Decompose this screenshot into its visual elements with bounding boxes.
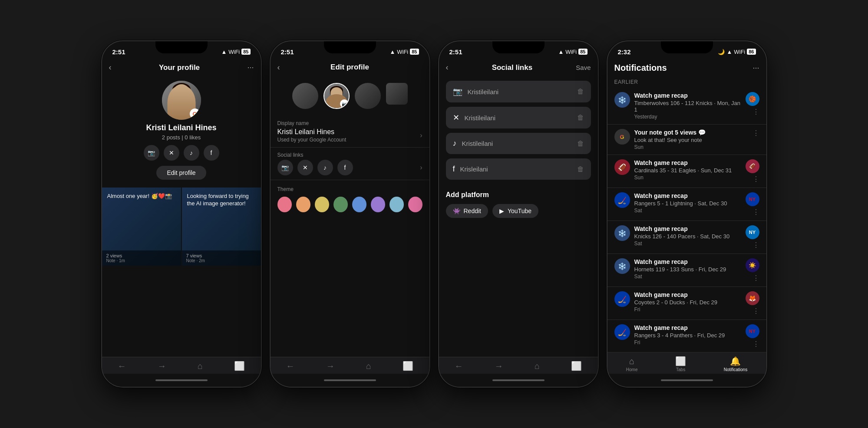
notif-more-5[interactable]: ⋮ — [752, 274, 759, 282]
status-time-3: 2:51 — [449, 48, 462, 56]
notif-more-6[interactable]: ⋮ — [752, 307, 759, 315]
notif-item-0[interactable]: ❄️ Watch game recap Timberwolves 106 - 1… — [607, 88, 766, 125]
team-logo-3: NY — [746, 192, 759, 206]
back-button-1[interactable]: ‹ — [109, 63, 112, 72]
notif-more-3[interactable]: ⋮ — [752, 208, 759, 216]
display-name-values: Kristi Leilani Hines Used by your Google… — [277, 128, 347, 143]
nav-back-3[interactable]: ← — [455, 361, 463, 371]
notif-more-7[interactable]: ⋮ — [752, 340, 759, 348]
tabs-label-4: Tabs — [676, 367, 685, 372]
notif-content-4: Watch game recap Knicks 126 - 140 Pacers… — [634, 225, 741, 247]
tiktok-icon-btn[interactable]: ♪ — [184, 145, 199, 161]
avatar-option-3[interactable] — [386, 83, 408, 105]
back-button-2[interactable]: ‹ — [277, 63, 280, 72]
facebook-icon-btn[interactable]: f — [204, 145, 219, 161]
home-label-4: Home — [626, 367, 638, 372]
back-button-3[interactable]: ‹ — [446, 63, 449, 72]
notif-item-6[interactable]: 🏒 Watch game recap Coyotes 2 - 0 Ducks ·… — [607, 287, 766, 320]
notif-content-6: Watch game recap Coyotes 2 - 0 Ducks · F… — [634, 291, 741, 313]
notif-title-2: Watch game recap — [634, 159, 741, 166]
nav-home-2[interactable]: ⌂ — [366, 361, 371, 371]
theme-color-0[interactable] — [277, 197, 292, 212]
social-links-field[interactable]: Social links 📷 ✕ ♪ f › — [271, 148, 429, 180]
social-link-facebook[interactable]: f Krisleilani 🗑 — [446, 158, 591, 180]
nav-home-4[interactable]: ⌂ Home — [626, 356, 638, 372]
theme-color-1[interactable] — [296, 197, 310, 212]
nav-back-1[interactable]: ← — [118, 361, 126, 371]
notif-item-3[interactable]: 🏒 Watch game recap Rangers 5 - 1 Lightni… — [607, 188, 766, 221]
notif-more-0[interactable]: ⋮ — [752, 108, 759, 116]
signal-icon-3: ▲ — [558, 49, 564, 55]
post-card-0[interactable]: Almost one year! 🥳❤️📸 2 views Note · 1m — [102, 188, 181, 266]
nav-tabs-4[interactable]: ⬜ Tabs — [675, 356, 686, 372]
notif-item-1[interactable]: G Your note got 5 views 💬 Look at that! … — [607, 125, 766, 155]
notif-more-2[interactable]: ⋮ — [752, 175, 759, 183]
status-icons-4: 🌙 ▲ WiFi 86 — [718, 49, 756, 55]
notif-content-2: Watch game recap Cardinals 35 - 31 Eagle… — [634, 159, 741, 181]
notif-icon-7: 🏒 — [614, 324, 630, 340]
notif-item-5[interactable]: ❄️ Watch game recap Hornets 119 - 133 Su… — [607, 254, 766, 287]
theme-color-6[interactable] — [389, 197, 404, 212]
save-button-3[interactable]: Save — [576, 64, 591, 71]
x-icon-btn[interactable]: ✕ — [164, 145, 179, 161]
youtube-button[interactable]: ▶ YouTube — [492, 204, 538, 218]
nav-back-2[interactable]: ← — [286, 361, 295, 371]
social-link-tiktok[interactable]: ♪ Kristileilani 🗑 — [446, 133, 591, 154]
notif-item-7[interactable]: 🏒 Watch game recap Rangers 3 - 4 Panther… — [607, 320, 766, 352]
menu-button-1[interactable]: ··· — [247, 63, 254, 72]
screen-4: Notifications ··· EARLIER ❄️ Watch game … — [607, 59, 766, 352]
reddit-label: Reddit — [464, 207, 481, 214]
avatar-option-0[interactable] — [292, 83, 318, 109]
notif-content-3: Watch game recap Rangers 5 - 1 Lightning… — [634, 192, 741, 214]
theme-color-4[interactable] — [352, 197, 366, 212]
theme-color-3[interactable] — [333, 197, 348, 212]
nav-home-3[interactable]: ⌂ — [535, 361, 540, 371]
notif-more-4[interactable]: ⋮ — [752, 241, 759, 249]
camera-button[interactable]: 📷 — [340, 99, 349, 108]
profile-name: Kristi Leilani Hines — [146, 123, 216, 132]
nav-tabs-3[interactable]: ⬜ — [571, 361, 582, 371]
status-icons-3: ▲ WiFi 85 — [558, 49, 587, 55]
instagram-delete[interactable]: 🗑 — [577, 88, 584, 95]
social-link-instagram[interactable]: 📷 Kristileilani 🗑 — [446, 81, 591, 102]
avatar-option-2[interactable] — [355, 83, 381, 109]
facebook-delete[interactable]: 🗑 — [577, 165, 584, 173]
notif-more-1[interactable]: ⋮ — [752, 129, 759, 137]
nav-tabs-2[interactable]: ⬜ — [403, 361, 413, 371]
nav-forward-2[interactable]: → — [326, 361, 335, 371]
nav-forward-3[interactable]: → — [495, 361, 503, 371]
notif-item-4[interactable]: ❄️ Watch game recap Knicks 126 - 140 Pac… — [607, 221, 766, 254]
tiktok-delete[interactable]: 🗑 — [577, 140, 584, 148]
reddit-button[interactable]: 👾 Reddit — [446, 204, 488, 218]
facebook-value: Krisleilani — [460, 165, 488, 173]
nav-tabs-1[interactable]: ⬜ — [234, 361, 245, 371]
battery-1: 85 — [241, 49, 250, 55]
home-bar-3 — [492, 379, 545, 381]
avatar-option-main[interactable]: 📷 — [323, 83, 350, 109]
display-name-field[interactable]: Display name Kristi Leilani Hines Used b… — [271, 116, 429, 148]
theme-color-2[interactable] — [315, 197, 329, 212]
notif-menu-btn[interactable]: ··· — [752, 63, 759, 72]
nav-home-1[interactable]: ⌂ — [198, 361, 203, 371]
x-icon: ✕ — [453, 113, 459, 122]
notif-icon-4: ❄️ — [614, 225, 630, 241]
notch-4 — [661, 41, 713, 53]
notif-content-5: Watch game recap Hornets 119 - 133 Suns … — [634, 258, 741, 280]
theme-color-7[interactable] — [408, 197, 422, 212]
display-name-sub: Used by your Google Account — [277, 137, 347, 143]
theme-color-5[interactable] — [371, 197, 385, 212]
moon-icon: 🌙 — [718, 49, 725, 55]
post-card-1[interactable]: Looking forward to trying the AI image g… — [182, 188, 261, 266]
x-delete[interactable]: 🗑 — [577, 114, 584, 122]
notif-content-7: Watch game recap Rangers 3 - 4 Panthers … — [634, 324, 741, 346]
nav-notifications-4[interactable]: 🔔 Notifications — [724, 356, 747, 372]
notif-time-5: Sat — [634, 273, 741, 280]
instagram-icon-btn[interactable]: 📷 — [144, 145, 159, 161]
notifications-label-4: Notifications — [724, 367, 747, 372]
social-link-x[interactable]: ✕ Kristileilani 🗑 — [446, 107, 591, 128]
edit-profile-button[interactable]: Edit profile — [156, 166, 206, 180]
nav-forward-1[interactable]: → — [158, 361, 166, 371]
battery-4: 86 — [747, 49, 756, 55]
notif-item-2[interactable]: 🏈 Watch game recap Cardinals 35 - 31 Eag… — [607, 155, 766, 188]
platform-buttons: 👾 Reddit ▶ YouTube — [446, 204, 591, 218]
